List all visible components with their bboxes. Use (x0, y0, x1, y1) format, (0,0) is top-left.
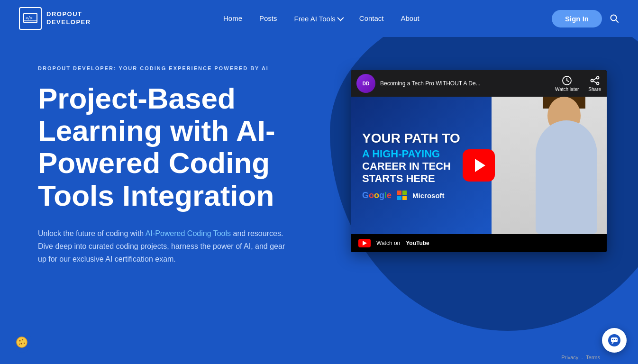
svg-point-12 (17, 337, 27, 347)
chat-icon (607, 333, 621, 347)
nav-contact[interactable]: Contact (359, 14, 384, 22)
share-icon (590, 75, 600, 86)
privacy-link[interactable]: Privacy (561, 355, 578, 360)
hero-text: DROPOUT DEVELOPER: YOUR CODING EXPERIENC… (38, 65, 332, 265)
logo-text: DROPOUT DEVELOPER (46, 10, 91, 27)
svg-point-8 (591, 79, 593, 82)
logo-icon: </> (19, 7, 42, 30)
nav-links: Home Posts Free AI Tools Contact About (223, 14, 419, 23)
microsoft-logo-icon (397, 191, 407, 200)
video-topbar: DD Becoming a Tech Pro WITHOUT A De... W… (351, 70, 607, 97)
video-right-panel (492, 97, 607, 234)
hero-video[interactable]: DD Becoming a Tech Pro WITHOUT A De... W… (351, 70, 607, 252)
svg-point-15 (21, 343, 22, 345)
hero-section: DROPOUT DEVELOPER: YOUR CODING EXPERIENC… (0, 37, 638, 364)
play-button[interactable] (463, 149, 495, 182)
svg-point-13 (19, 340, 21, 342)
logo[interactable]: </> DROPOUT DEVELOPER (19, 7, 91, 30)
channel-avatar: DD (356, 74, 375, 93)
svg-rect-22 (616, 339, 617, 340)
nav-right: Sign In (552, 10, 619, 27)
cookie-icon (16, 336, 28, 348)
navbar: </> DROPOUT DEVELOPER Home Posts Free AI… (0, 0, 638, 37)
svg-line-10 (593, 78, 596, 80)
chevron-down-icon (337, 15, 344, 21)
hero-description: Unlock the future of coding with AI-Powe… (38, 227, 294, 266)
search-icon (610, 14, 619, 23)
nav-posts[interactable]: Posts (259, 14, 277, 22)
video-actions: Watch later Share (555, 75, 601, 92)
svg-text:</>: </> (26, 16, 33, 20)
chat-widget[interactable] (602, 328, 627, 353)
svg-point-14 (22, 339, 23, 340)
google-logo: Google (362, 191, 392, 200)
sign-in-button[interactable]: Sign In (552, 10, 602, 27)
microsoft-text: Microsoft (412, 191, 445, 200)
video-title: Becoming a Tech Pro WITHOUT A De... (380, 80, 481, 87)
hero-eyebrow: DROPOUT DEVELOPER: YOUR CODING EXPERIENC… (38, 65, 332, 71)
privacy-terms: Privacy - Terms (561, 355, 600, 360)
video-brand-logos: Google Microsoft (362, 191, 480, 200)
terms-link[interactable]: Terms (586, 355, 600, 360)
svg-rect-21 (614, 339, 615, 340)
svg-point-16 (24, 343, 25, 344)
cookie-widget[interactable] (11, 332, 32, 353)
hero-title: Project-Based Learning with AI-Powered C… (38, 82, 332, 212)
svg-line-11 (593, 81, 596, 83)
svg-point-7 (596, 76, 599, 79)
svg-point-9 (596, 82, 599, 84)
youtube-text: YouTube (406, 240, 429, 246)
nav-home[interactable]: Home (223, 14, 242, 22)
nav-free-ai-tools[interactable]: Free AI Tools (294, 15, 342, 23)
svg-line-5 (616, 20, 619, 23)
watch-later-action[interactable]: Watch later (555, 75, 579, 92)
svg-point-17 (19, 344, 20, 345)
search-button[interactable] (610, 14, 619, 23)
svg-point-4 (611, 15, 617, 21)
watch-on-text: Watch on (376, 240, 400, 246)
video-bottombar: Watch on YouTube (351, 234, 607, 252)
share-action[interactable]: Share (588, 75, 601, 92)
person-image (492, 97, 607, 234)
video-path-to-text: YOUR PATH TO (362, 131, 480, 146)
nav-about[interactable]: About (401, 14, 419, 22)
clock-icon (562, 75, 572, 86)
svg-rect-20 (612, 339, 613, 340)
play-icon (475, 159, 485, 172)
youtube-logo (358, 239, 371, 247)
hero-description-link[interactable]: AI-Powered Coding Tools (146, 229, 231, 237)
video-thumbnail[interactable]: YOUR PATH TO A HIGH-PAYING CAREER IN TEC… (351, 97, 607, 234)
